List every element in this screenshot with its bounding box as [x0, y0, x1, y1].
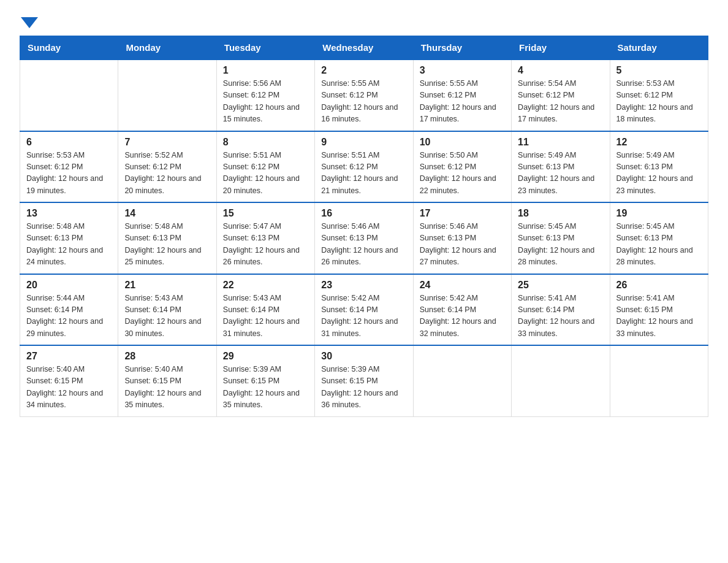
day-number: 5 — [616, 65, 702, 76]
calendar-week-row: 6Sunrise: 5:53 AMSunset: 6:12 PMDaylight… — [20, 131, 708, 203]
day-info: Sunrise: 5:40 AMSunset: 6:15 PMDaylight:… — [124, 364, 210, 412]
day-number: 22 — [223, 280, 308, 291]
calendar-cell — [20, 59, 118, 131]
calendar-header-wednesday: Wednesday — [315, 36, 413, 60]
calendar-cell: 27Sunrise: 5:40 AMSunset: 6:15 PMDayligh… — [20, 345, 118, 416]
day-info: Sunrise: 5:56 AMSunset: 6:12 PMDaylight:… — [223, 78, 308, 126]
day-number: 21 — [124, 280, 210, 291]
logo-arrow-icon — [21, 17, 38, 28]
day-number: 29 — [223, 351, 308, 362]
calendar-cell: 25Sunrise: 5:41 AMSunset: 6:14 PMDayligh… — [512, 274, 610, 346]
day-number: 28 — [124, 351, 210, 362]
day-info: Sunrise: 5:47 AMSunset: 6:13 PMDaylight:… — [223, 221, 308, 269]
day-number: 3 — [420, 65, 505, 76]
day-info: Sunrise: 5:49 AMSunset: 6:13 PMDaylight:… — [616, 150, 702, 197]
day-info: Sunrise: 5:42 AMSunset: 6:14 PMDaylight:… — [420, 293, 505, 340]
day-info: Sunrise: 5:46 AMSunset: 6:13 PMDaylight:… — [321, 221, 406, 269]
calendar-header-saturday: Saturday — [610, 36, 708, 60]
day-number: 9 — [321, 137, 406, 148]
calendar-cell: 21Sunrise: 5:43 AMSunset: 6:14 PMDayligh… — [118, 274, 216, 346]
header — [20, 15, 708, 28]
calendar-table: SundayMondayTuesdayWednesdayThursdayFrid… — [20, 36, 708, 417]
calendar-header-tuesday: Tuesday — [216, 36, 314, 60]
day-info: Sunrise: 5:40 AMSunset: 6:15 PMDaylight:… — [26, 364, 112, 412]
calendar-header-thursday: Thursday — [413, 36, 511, 60]
calendar-cell: 29Sunrise: 5:39 AMSunset: 6:15 PMDayligh… — [216, 345, 314, 416]
calendar-cell: 8Sunrise: 5:51 AMSunset: 6:12 PMDaylight… — [216, 131, 314, 203]
day-info: Sunrise: 5:49 AMSunset: 6:13 PMDaylight:… — [518, 150, 603, 197]
calendar-cell: 26Sunrise: 5:41 AMSunset: 6:15 PMDayligh… — [610, 274, 708, 346]
day-number: 13 — [26, 208, 112, 219]
calendar-cell: 2Sunrise: 5:55 AMSunset: 6:12 PMDaylight… — [315, 59, 413, 131]
day-info: Sunrise: 5:53 AMSunset: 6:12 PMDaylight:… — [26, 150, 112, 197]
day-info: Sunrise: 5:46 AMSunset: 6:13 PMDaylight:… — [420, 221, 505, 269]
calendar-cell: 5Sunrise: 5:53 AMSunset: 6:12 PMDaylight… — [610, 59, 708, 131]
calendar-week-row: 20Sunrise: 5:44 AMSunset: 6:14 PMDayligh… — [20, 274, 708, 346]
calendar-cell: 24Sunrise: 5:42 AMSunset: 6:14 PMDayligh… — [413, 274, 511, 346]
day-number: 7 — [124, 137, 210, 148]
day-number: 25 — [518, 280, 603, 291]
day-info: Sunrise: 5:54 AMSunset: 6:12 PMDaylight:… — [518, 78, 603, 126]
day-info: Sunrise: 5:42 AMSunset: 6:14 PMDaylight:… — [321, 293, 406, 340]
calendar-week-row: 27Sunrise: 5:40 AMSunset: 6:15 PMDayligh… — [20, 345, 708, 416]
day-number: 11 — [518, 137, 603, 148]
calendar-cell: 11Sunrise: 5:49 AMSunset: 6:13 PMDayligh… — [512, 131, 610, 203]
calendar-cell: 28Sunrise: 5:40 AMSunset: 6:15 PMDayligh… — [118, 345, 216, 416]
logo — [20, 15, 38, 28]
day-number: 12 — [616, 137, 702, 148]
day-info: Sunrise: 5:41 AMSunset: 6:15 PMDaylight:… — [616, 293, 702, 340]
day-info: Sunrise: 5:45 AMSunset: 6:13 PMDaylight:… — [518, 221, 603, 269]
calendar-cell: 17Sunrise: 5:46 AMSunset: 6:13 PMDayligh… — [413, 202, 511, 274]
calendar-header-friday: Friday — [512, 36, 610, 60]
calendar-cell: 22Sunrise: 5:43 AMSunset: 6:14 PMDayligh… — [216, 274, 314, 346]
day-info: Sunrise: 5:51 AMSunset: 6:12 PMDaylight:… — [223, 150, 308, 197]
calendar-cell: 23Sunrise: 5:42 AMSunset: 6:14 PMDayligh… — [315, 274, 413, 346]
calendar-cell: 3Sunrise: 5:55 AMSunset: 6:12 PMDaylight… — [413, 59, 511, 131]
calendar-week-row: 1Sunrise: 5:56 AMSunset: 6:12 PMDaylight… — [20, 59, 708, 131]
calendar-cell — [118, 59, 216, 131]
calendar-cell: 16Sunrise: 5:46 AMSunset: 6:13 PMDayligh… — [315, 202, 413, 274]
day-info: Sunrise: 5:48 AMSunset: 6:13 PMDaylight:… — [26, 221, 112, 269]
calendar-cell: 12Sunrise: 5:49 AMSunset: 6:13 PMDayligh… — [610, 131, 708, 203]
day-info: Sunrise: 5:50 AMSunset: 6:12 PMDaylight:… — [420, 150, 505, 197]
day-info: Sunrise: 5:43 AMSunset: 6:14 PMDaylight:… — [223, 293, 308, 340]
day-info: Sunrise: 5:55 AMSunset: 6:12 PMDaylight:… — [420, 78, 505, 126]
calendar-header-sunday: Sunday — [20, 36, 118, 60]
calendar-header-row: SundayMondayTuesdayWednesdayThursdayFrid… — [20, 36, 708, 60]
calendar-cell: 20Sunrise: 5:44 AMSunset: 6:14 PMDayligh… — [20, 274, 118, 346]
calendar-cell: 19Sunrise: 5:45 AMSunset: 6:13 PMDayligh… — [610, 202, 708, 274]
calendar-cell: 7Sunrise: 5:52 AMSunset: 6:12 PMDaylight… — [118, 131, 216, 203]
day-info: Sunrise: 5:43 AMSunset: 6:14 PMDaylight:… — [124, 293, 210, 340]
day-info: Sunrise: 5:41 AMSunset: 6:14 PMDaylight:… — [518, 293, 603, 340]
day-info: Sunrise: 5:53 AMSunset: 6:12 PMDaylight:… — [616, 78, 702, 126]
day-number: 8 — [223, 137, 308, 148]
day-info: Sunrise: 5:51 AMSunset: 6:12 PMDaylight:… — [321, 150, 406, 197]
calendar-cell — [413, 345, 511, 416]
calendar-header-monday: Monday — [118, 36, 216, 60]
calendar-cell: 9Sunrise: 5:51 AMSunset: 6:12 PMDaylight… — [315, 131, 413, 203]
day-number: 18 — [518, 208, 603, 219]
day-info: Sunrise: 5:52 AMSunset: 6:12 PMDaylight:… — [124, 150, 210, 197]
calendar-week-row: 13Sunrise: 5:48 AMSunset: 6:13 PMDayligh… — [20, 202, 708, 274]
day-number: 16 — [321, 208, 406, 219]
day-info: Sunrise: 5:39 AMSunset: 6:15 PMDaylight:… — [321, 364, 406, 412]
day-number: 6 — [26, 137, 112, 148]
calendar-cell: 14Sunrise: 5:48 AMSunset: 6:13 PMDayligh… — [118, 202, 216, 274]
calendar-cell: 30Sunrise: 5:39 AMSunset: 6:15 PMDayligh… — [315, 345, 413, 416]
calendar-cell: 15Sunrise: 5:47 AMSunset: 6:13 PMDayligh… — [216, 202, 314, 274]
day-info: Sunrise: 5:48 AMSunset: 6:13 PMDaylight:… — [124, 221, 210, 269]
day-number: 19 — [616, 208, 702, 219]
calendar-cell: 10Sunrise: 5:50 AMSunset: 6:12 PMDayligh… — [413, 131, 511, 203]
day-number: 1 — [223, 65, 308, 76]
calendar-cell: 6Sunrise: 5:53 AMSunset: 6:12 PMDaylight… — [20, 131, 118, 203]
day-number: 20 — [26, 280, 112, 291]
day-info: Sunrise: 5:45 AMSunset: 6:13 PMDaylight:… — [616, 221, 702, 269]
day-number: 15 — [223, 208, 308, 219]
day-number: 24 — [420, 280, 505, 291]
day-number: 14 — [124, 208, 210, 219]
day-number: 2 — [321, 65, 406, 76]
calendar-cell: 18Sunrise: 5:45 AMSunset: 6:13 PMDayligh… — [512, 202, 610, 274]
calendar-cell: 13Sunrise: 5:48 AMSunset: 6:13 PMDayligh… — [20, 202, 118, 274]
day-number: 17 — [420, 208, 505, 219]
day-number: 26 — [616, 280, 702, 291]
